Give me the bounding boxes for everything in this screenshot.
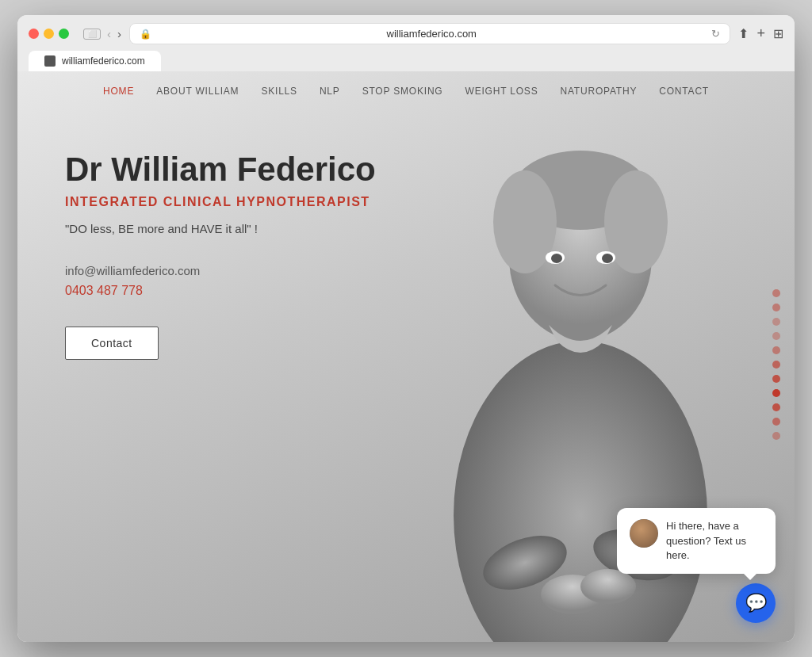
- browser-actions: ⬆ + ⊞: [738, 25, 783, 42]
- nav-nlp[interactable]: NLP: [320, 86, 340, 97]
- website-content: HOME ABOUT WILLIAM SKILLS NLP STOP SMOKI…: [17, 71, 795, 642]
- hero-name: Dr William Federico: [65, 151, 747, 189]
- nav-weight-loss[interactable]: WEIGHT LOSS: [465, 86, 538, 97]
- browser-top-bar: ⬜ ‹ › 🔒 williamfederico.com ↻ ⬆ + ⊞: [29, 23, 783, 44]
- hero-email: info@williamfederico.com: [65, 264, 747, 277]
- hero-phone: 0403 487 778: [65, 284, 747, 298]
- tab-label: williamfederico.com: [62, 55, 145, 67]
- dot-6[interactable]: [772, 361, 780, 369]
- tab-favicon: [44, 55, 56, 67]
- chat-avatar: [630, 519, 658, 548]
- nav-naturopathy[interactable]: NATUROPATHY: [560, 86, 637, 97]
- nav-contact[interactable]: CONTACT: [659, 86, 709, 97]
- nav-stop-smoking[interactable]: STOP SMOKING: [362, 86, 443, 97]
- dot-10[interactable]: [772, 418, 780, 426]
- dot-1[interactable]: [772, 289, 780, 297]
- site-nav: HOME ABOUT WILLIAM SKILLS NLP STOP SMOKI…: [17, 71, 795, 111]
- fullscreen-button[interactable]: [59, 29, 69, 39]
- nav-skills[interactable]: SKILLS: [261, 86, 297, 97]
- lock-icon: 🔒: [140, 29, 151, 40]
- url-text: williamfederico.com: [158, 28, 705, 40]
- close-button[interactable]: [29, 29, 39, 39]
- nav-about[interactable]: ABOUT WILLIAM: [156, 86, 239, 97]
- chat-avatar-image: [630, 519, 658, 548]
- hero-title: INTEGRATED CLINICAL HYPNOTHERAPIST: [65, 195, 747, 209]
- dot-2[interactable]: [772, 304, 780, 311]
- browser-window: ⬜ ‹ › 🔒 williamfederico.com ↻ ⬆ + ⊞ will…: [17, 15, 795, 642]
- minimize-button[interactable]: [44, 29, 54, 39]
- browser-controls: ⬜ ‹ ›: [83, 27, 121, 40]
- dot-9[interactable]: [772, 403, 780, 411]
- forward-button[interactable]: ›: [117, 27, 121, 40]
- browser-tab-bar: williamfederico.com: [29, 51, 783, 71]
- dot-7[interactable]: [772, 375, 780, 383]
- new-tab-icon[interactable]: +: [756, 25, 765, 42]
- chat-popup[interactable]: Hi there, have a question? Text us here.: [617, 508, 776, 574]
- contact-button[interactable]: Contact: [65, 327, 159, 360]
- hero-quote: "DO less, BE more and HAVE it all" !: [65, 222, 747, 235]
- nav-home[interactable]: HOME: [103, 86, 134, 97]
- chat-message: Hi there, have a question? Text us here.: [666, 519, 763, 563]
- refresh-icon[interactable]: ↻: [711, 28, 720, 40]
- chat-icon: 💬: [745, 593, 767, 613]
- traffic-lights: [29, 29, 69, 39]
- dot-3[interactable]: [772, 318, 780, 326]
- window-toggle-icon[interactable]: ⬜: [83, 29, 101, 40]
- dot-8[interactable]: [772, 389, 780, 397]
- dot-11[interactable]: [772, 432, 780, 440]
- grid-icon[interactable]: ⊞: [773, 26, 783, 41]
- share-icon[interactable]: ⬆: [738, 26, 749, 41]
- url-bar[interactable]: 🔒 williamfederico.com ↻: [129, 23, 730, 44]
- back-button[interactable]: ‹: [107, 27, 111, 40]
- dot-5[interactable]: [772, 346, 780, 354]
- dot-4[interactable]: [772, 332, 780, 340]
- browser-chrome: ⬜ ‹ › 🔒 williamfederico.com ↻ ⬆ + ⊞ will…: [17, 15, 795, 71]
- side-dots-navigation: [772, 289, 780, 440]
- chat-widget: Hi there, have a question? Text us here.…: [617, 508, 776, 623]
- browser-tab[interactable]: williamfederico.com: [29, 51, 161, 71]
- chat-open-button[interactable]: 💬: [736, 583, 776, 623]
